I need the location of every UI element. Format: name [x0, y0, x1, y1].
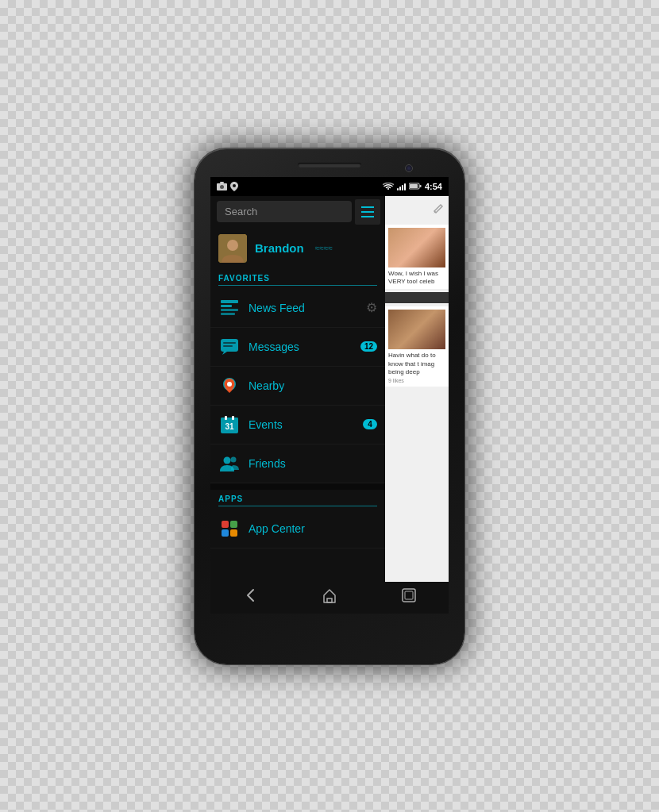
- svg-rect-25: [222, 521, 229, 528]
- svg-rect-11: [221, 309, 238, 311]
- avatar-image: [218, 234, 247, 263]
- events-label: Events: [249, 418, 355, 431]
- nearby-label: Nearby: [249, 379, 377, 392]
- svg-rect-2: [220, 182, 224, 183]
- svg-rect-5: [419, 185, 421, 187]
- app-center-label: App Center: [249, 522, 377, 535]
- post-text-3: Havin what do to know that t imag being …: [388, 352, 445, 376]
- user-name: Brandon: [255, 241, 304, 255]
- svg-rect-30: [403, 589, 415, 602]
- status-right-icons: 4:54: [383, 182, 442, 191]
- favorites-divider: [218, 285, 377, 286]
- svg-point-23: [224, 456, 231, 464]
- feed-panel: Wow, I wish I was VERY too! celeb Havin …: [385, 177, 449, 582]
- phone-speaker: [298, 163, 361, 167]
- svg-rect-20: [225, 416, 227, 420]
- svg-rect-15: [223, 345, 233, 347]
- user-profile-row[interactable]: Brandon ≈≈≈≈: [210, 228, 385, 269]
- menu-item-nearby[interactable]: Nearby: [210, 367, 385, 406]
- phone-shell: 4:54 Search: [195, 148, 464, 664]
- svg-point-1: [220, 185, 224, 189]
- drawer-panel: Search Brandon: [210, 177, 385, 582]
- user-waves-decoration: ≈≈≈≈: [315, 244, 333, 252]
- menu-item-news-feed[interactable]: News Feed ⚙: [210, 289, 385, 328]
- messages-label: Messages: [249, 341, 353, 353]
- status-time: 4:54: [425, 182, 442, 191]
- menu-line-1: [361, 206, 374, 208]
- svg-rect-26: [230, 521, 237, 528]
- favorites-title: FAVORITES: [218, 274, 377, 283]
- post-image-1: [388, 228, 445, 267]
- events-badge: 4: [363, 419, 377, 429]
- apps-title: APPS: [218, 495, 377, 503]
- apps-divider: [210, 483, 385, 490]
- feed-post-1: Wow, I wish I was VERY too! celeb: [385, 225, 449, 290]
- friends-label: Friends: [249, 457, 377, 470]
- svg-rect-6: [410, 184, 418, 188]
- menu-item-events[interactable]: 31 Events 4: [210, 406, 385, 444]
- status-bar: 4:54: [210, 177, 449, 196]
- friends-icon: [218, 452, 241, 475]
- post-text-1: Wow, I wish I was VERY too! celeb: [388, 270, 445, 287]
- svg-rect-10: [221, 305, 232, 307]
- search-placeholder: Search: [225, 206, 344, 217]
- svg-rect-31: [405, 591, 413, 599]
- svg-point-3: [233, 184, 236, 187]
- favorites-section-header: FAVORITES: [210, 269, 385, 289]
- app-center-icon: [218, 518, 241, 540]
- post-image-3: [388, 310, 445, 349]
- svg-rect-12: [221, 313, 235, 315]
- recents-button[interactable]: [395, 581, 423, 614]
- search-row: Search: [210, 196, 385, 228]
- news-feed-label: News Feed: [249, 302, 358, 314]
- post-likes-3: 9 likes: [388, 378, 445, 383]
- svg-text:31: 31: [225, 422, 234, 431]
- signal-bars: [397, 183, 406, 190]
- news-feed-icon: [218, 297, 241, 319]
- status-left-icons: [217, 182, 238, 191]
- home-button[interactable]: [315, 581, 344, 614]
- wifi-icon: [383, 183, 394, 190]
- apps-divider-line: [218, 506, 377, 506]
- svg-rect-9: [221, 300, 238, 303]
- location-status-icon: [230, 182, 238, 191]
- news-feed-settings-icon[interactable]: ⚙: [366, 300, 377, 315]
- photo-status-icon: [217, 182, 227, 190]
- nearby-icon: [218, 375, 241, 397]
- messages-icon: [218, 336, 241, 358]
- hamburger-menu-button[interactable]: [355, 199, 380, 225]
- menu-item-messages[interactable]: Messages 12: [210, 328, 385, 367]
- feed-header: [385, 196, 449, 221]
- svg-rect-29: [327, 598, 332, 602]
- back-button[interactable]: [236, 581, 264, 614]
- compose-icon: [433, 203, 444, 214]
- svg-point-17: [227, 382, 232, 387]
- svg-point-8: [227, 240, 238, 251]
- svg-rect-21: [232, 416, 234, 420]
- svg-rect-28: [230, 529, 237, 537]
- svg-rect-14: [223, 342, 236, 344]
- nav-bar: [210, 582, 449, 614]
- menu-line-3: [361, 216, 374, 217]
- apps-section-header: APPS: [210, 490, 385, 510]
- menu-item-app-center[interactable]: App Center: [210, 510, 385, 548]
- menu-line-2: [361, 211, 374, 213]
- messages-badge: 12: [360, 341, 377, 352]
- phone-screen: 4:54 Search: [210, 177, 449, 582]
- avatar: [218, 234, 247, 263]
- svg-rect-27: [222, 529, 229, 537]
- search-input-area[interactable]: Search: [217, 201, 352, 222]
- feed-post-3: Havin what do to know that t imag being …: [385, 306, 449, 387]
- svg-point-24: [231, 456, 237, 462]
- feed-post-2: [385, 292, 449, 303]
- menu-item-friends[interactable]: Friends: [210, 444, 385, 483]
- phone-camera: [405, 164, 413, 172]
- battery-icon: [409, 183, 422, 190]
- events-icon: 31: [218, 414, 241, 436]
